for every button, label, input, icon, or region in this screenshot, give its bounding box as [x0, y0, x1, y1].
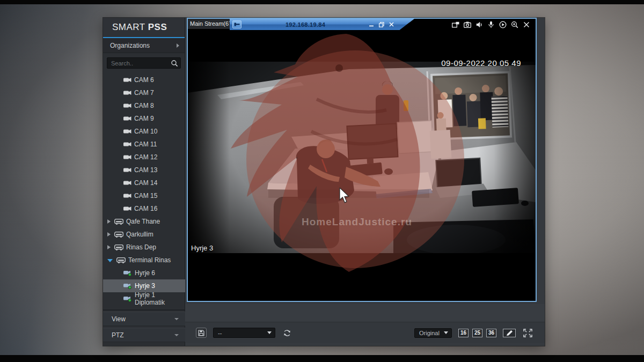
- app-logo: SMART PSS: [103, 18, 185, 38]
- save-view-button[interactable]: [196, 328, 207, 338]
- pin-icon: [234, 22, 240, 27]
- audio-button[interactable]: [475, 20, 484, 28]
- refresh-button[interactable]: [282, 328, 292, 338]
- expand-arrow-icon[interactable]: [107, 259, 113, 262]
- custom-layout-button[interactable]: [503, 329, 516, 337]
- digital-zoom-button[interactable]: [510, 20, 519, 28]
- grid-layout-button[interactable]: 25: [472, 329, 482, 337]
- stream-type-label: Main Stream(67: [190, 20, 232, 27]
- search-input[interactable]: [107, 58, 180, 68]
- ptz-panel-header[interactable]: PTZ: [103, 328, 185, 342]
- organizations-menu[interactable]: Organizations: [103, 38, 185, 53]
- search-box[interactable]: [107, 57, 181, 69]
- stream-select[interactable]: --: [213, 328, 275, 338]
- camera-label: CAM 11: [134, 141, 157, 148]
- view-panel-label: View: [112, 315, 126, 323]
- camera-item[interactable]: CAM 6: [103, 73, 185, 86]
- tile-toolbar: [451, 20, 531, 28]
- camera-icon: [123, 77, 131, 83]
- device-group[interactable]: Qarkullim: [103, 228, 185, 241]
- camera-item[interactable]: CAM 12: [103, 151, 185, 164]
- channel-item[interactable]: Hyrje 1 Diplomatik: [103, 292, 185, 305]
- camera-item[interactable]: CAM 15: [103, 189, 185, 202]
- sidebar: SMART PSS Organizations: [103, 18, 185, 346]
- channel-osd-label: Hyrje 3: [191, 244, 213, 252]
- camera-icon: [123, 116, 131, 121]
- grid-layout-button[interactable]: 36: [486, 329, 496, 337]
- live-view-area: HomeLandJustice.ru 09-09-2022 20 05 49 H…: [185, 18, 545, 346]
- camera-item[interactable]: CAM 7: [103, 86, 185, 99]
- minimize-button[interactable]: [369, 22, 374, 27]
- camera-icon: [123, 129, 131, 134]
- camera-icon: [123, 142, 131, 147]
- group-label: Rinas Dep: [126, 243, 156, 251]
- camera-icon: [123, 206, 131, 211]
- window-controls: [369, 22, 394, 27]
- letterbox-bottom: [0, 355, 644, 362]
- camera-item[interactable]: CAM 10: [103, 125, 185, 138]
- talk-microphone-button[interactable]: [487, 20, 495, 28]
- collapse-arrow-icon: [174, 318, 179, 320]
- brand-pss: PSS: [148, 22, 167, 33]
- instant-playback-button[interactable]: [499, 20, 507, 28]
- video-tile-inner: HomeLandJustice.ru 09-09-2022 20 05 49 H…: [188, 19, 536, 301]
- device-window-titlebar[interactable]: 192.168.19.84: [230, 19, 414, 30]
- caret-down-icon: [444, 331, 448, 334]
- brand-smart: SMART: [112, 22, 145, 33]
- video-timestamp: 09-09-2022 20 05 49: [441, 58, 521, 68]
- watermark-text: HomeLandJustice.ru: [279, 216, 435, 228]
- local-record-button[interactable]: [451, 20, 460, 28]
- scale-select[interactable]: Original: [414, 328, 452, 338]
- pin-button[interactable]: [232, 20, 241, 28]
- grid-layout-button[interactable]: 16: [458, 329, 469, 337]
- recorder-icon: [114, 245, 123, 250]
- camera-icon: [123, 167, 131, 173]
- channel-item[interactable]: Hyrje 3: [103, 279, 185, 292]
- camera-label: CAM 14: [134, 179, 157, 187]
- caret-down-icon: [267, 331, 272, 334]
- snapshot-button[interactable]: [463, 20, 472, 28]
- camera-label: CAM 9: [134, 115, 154, 122]
- fullscreen-button[interactable]: [522, 328, 533, 338]
- camera-item[interactable]: CAM 11: [103, 138, 185, 151]
- expand-arrow-icon[interactable]: [107, 245, 111, 249]
- search-icon: [171, 60, 178, 67]
- camera-icon: [123, 103, 131, 108]
- fullscreen-icon: [523, 329, 532, 337]
- collapse-arrow-icon: [174, 334, 179, 336]
- view-panel-header[interactable]: View: [103, 312, 185, 326]
- camera-item[interactable]: CAM 14: [103, 176, 185, 189]
- camera-item[interactable]: CAM 8: [103, 99, 185, 112]
- camera-item[interactable]: CAM 16: [103, 202, 185, 215]
- sidebar-divider: [103, 309, 185, 311]
- group-label: Qarkullim: [126, 231, 153, 238]
- organizations-label: Organizations: [110, 42, 150, 49]
- expand-arrow-icon[interactable]: [107, 232, 111, 237]
- device-group[interactable]: Rinas Dep: [103, 241, 185, 254]
- camera-item[interactable]: CAM 9: [103, 112, 185, 125]
- close-window-button[interactable]: [389, 22, 394, 27]
- video-tile[interactable]: HomeLandJustice.ru 09-09-2022 20 05 49 H…: [187, 18, 537, 302]
- bottom-toolbar: -- Original 16: [185, 322, 545, 343]
- camera-icon: [123, 180, 131, 186]
- recorder-icon: [114, 232, 123, 238]
- expand-arrow-icon[interactable]: [107, 219, 111, 224]
- channel-label: Hyrje 6: [135, 269, 155, 277]
- camera-icon: [123, 90, 131, 95]
- restore-button[interactable]: [379, 22, 384, 27]
- online-camera-icon: [123, 270, 132, 276]
- camera-label: CAM 10: [134, 128, 157, 135]
- camera-item[interactable]: CAM 13: [103, 164, 185, 176]
- camera-icon: [123, 154, 131, 160]
- close-video-button[interactable]: [522, 20, 531, 28]
- channel-item[interactable]: Hyrje 6: [103, 267, 185, 279]
- smartpss-window: SMART PSS Organizations: [103, 18, 545, 346]
- save-icon: [198, 330, 204, 336]
- device-group[interactable]: Terminal Rinas: [103, 254, 185, 267]
- camera-label: CAM 8: [134, 102, 154, 109]
- camera-label: CAM 15: [134, 192, 157, 200]
- ptz-panel-label: PTZ: [112, 331, 124, 339]
- online-camera-icon: [123, 283, 132, 289]
- grid-layout-label: 16: [460, 330, 466, 336]
- device-group[interactable]: Qafe Thane: [103, 215, 185, 228]
